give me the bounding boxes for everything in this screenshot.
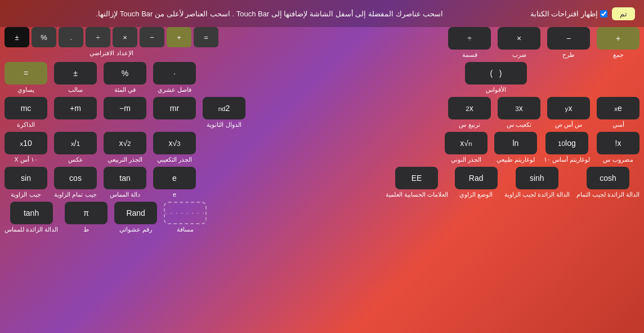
item-ln[interactable]: ln لوغاريتم طبيعي [494, 132, 537, 163]
item-sin[interactable]: sin جيب الزاوية [5, 167, 47, 198]
item-sinh[interactable]: sinh الدالة الزائدة لجيب الزاوية [504, 167, 570, 198]
key-cube-root[interactable]: 3√x [153, 132, 196, 154]
ds-key-pm[interactable]: ± [5, 27, 29, 47]
item-rand[interactable]: Rand رقم عشوائي [114, 202, 157, 233]
key-decimal[interactable]: · [153, 62, 196, 85]
item-space[interactable]: · · · · · · · · مسافة [164, 202, 207, 233]
item-cosh[interactable]: cosh الدالة الزائدة لجيب التمام [576, 167, 639, 198]
item-cube-root[interactable]: 3√x الجذر التكعيبي [153, 132, 196, 163]
key-mr[interactable]: mr [153, 97, 196, 119]
item-cos[interactable]: cos جيب تمام الزاوية [54, 167, 97, 198]
key-mul[interactable]: × [498, 27, 540, 50]
ds-key-divby[interactable]: ÷ [86, 27, 110, 47]
key-cos[interactable]: cos [54, 167, 97, 189]
item-recip[interactable]: 1/x عكس [54, 132, 97, 163]
key-equals[interactable]: = [5, 62, 47, 85]
key-xy[interactable]: xy [547, 97, 590, 119]
item-mc[interactable]: mc الذاكرة [5, 97, 47, 128]
label-10x: ١٠ أس X [14, 156, 37, 163]
key-mc[interactable]: mc [5, 97, 47, 119]
ds-key-plus[interactable]: + [167, 27, 191, 47]
item-e[interactable]: e e [153, 167, 196, 198]
item-neg[interactable]: ± سالب [54, 62, 97, 94]
ds-key-times[interactable]: × [113, 27, 137, 47]
key-rand[interactable]: Rand [114, 202, 157, 224]
item-xy[interactable]: xy س أس ص [547, 97, 590, 128]
key-ln[interactable]: ln [494, 132, 537, 154]
item-x3[interactable]: x3 تكعيب س [498, 97, 540, 128]
label-sqrt: الجذر التربيعي [108, 156, 142, 163]
item-10x[interactable]: 10x ١٠ أس X [5, 132, 47, 163]
ds-key-eq[interactable]: = [194, 27, 218, 47]
item-percent[interactable]: % في المئة [104, 62, 146, 94]
item-parens[interactable]: ( ) الأقواس [465, 62, 527, 94]
key-tanh[interactable]: tanh [10, 202, 53, 224]
item-mul[interactable]: × ضرب [498, 27, 540, 59]
item-nth-root[interactable]: n√x الجذر النوني [445, 132, 488, 163]
key-pi[interactable]: π [65, 202, 108, 224]
label-x3: تكعيب س [507, 121, 531, 128]
item-factorial[interactable]: x! مضروب س [597, 132, 639, 163]
item-decimal[interactable]: · فاصل عشري [153, 62, 196, 94]
item-mr[interactable]: mr [153, 97, 196, 128]
key-sinh[interactable]: sinh [516, 167, 558, 189]
label-tanh: الدالة الزائدة للمماس [5, 226, 58, 233]
key-2nd[interactable]: 2nd [203, 97, 245, 119]
item-ee[interactable]: EE العلامات الحسابية العلمية [386, 167, 448, 198]
item-pi[interactable]: π ط [65, 202, 108, 233]
typing-suggestions-checkbox[interactable] [600, 10, 607, 17]
key-mplus[interactable]: m+ [54, 97, 97, 119]
item-2nd[interactable]: 2nd الدوال الثانوية [203, 97, 245, 128]
key-sub[interactable]: − [547, 27, 590, 50]
key-x2[interactable]: x2 [448, 97, 491, 119]
label-tan: دالة المماس [110, 191, 140, 198]
item-tan[interactable]: tan دالة المماس [104, 167, 146, 198]
key-cosh[interactable]: cosh [587, 167, 629, 189]
item-div[interactable]: ÷ قسمة [448, 27, 491, 59]
key-sin[interactable]: sin [5, 167, 47, 189]
instruction-text: اسحب عناصرك المفضلة إلى أسفل الشاشة لإضا… [9, 10, 530, 18]
done-button[interactable]: تم [612, 7, 635, 20]
key-div[interactable]: ÷ [448, 27, 491, 50]
label-ee: العلامات الحسابية العلمية [386, 191, 448, 198]
item-sqrt[interactable]: 2√x الجذر التربيعي [104, 132, 146, 163]
key-percent[interactable]: % [104, 62, 146, 85]
key-factorial[interactable]: x! [597, 132, 639, 154]
item-tanh[interactable]: tanh الدالة الزائدة للمماس [5, 202, 58, 233]
key-ex[interactable]: ex [597, 97, 639, 119]
item-add[interactable]: + جمع [597, 27, 639, 59]
key-x3[interactable]: x3 [498, 97, 540, 119]
label-equals: يساوي [17, 86, 34, 94]
key-parens[interactable]: ( ) [465, 62, 527, 85]
key-log10[interactable]: log10 [545, 132, 588, 154]
item-sub[interactable]: − طرح [547, 27, 590, 59]
key-add[interactable]: + [597, 27, 639, 50]
key-e[interactable]: e [153, 167, 196, 189]
key-sqrt[interactable]: 2√x [104, 132, 146, 154]
item-equals[interactable]: = يساوي [5, 62, 47, 94]
key-rad[interactable]: Rad [455, 167, 498, 189]
key-ee[interactable]: EE [395, 167, 438, 189]
item-log10[interactable]: log10 لوغاريتم أساس ١٠ [544, 132, 590, 163]
label-mc: الذاكرة [17, 121, 35, 128]
top-bar: تم إظهار اقتراحات الكتابة اسحب عناصرك ال… [0, 0, 644, 27]
key-space[interactable]: · · · · · · · · [164, 202, 207, 224]
ds-key-dot[interactable]: . [59, 27, 83, 47]
key-neg[interactable]: ± [54, 62, 97, 85]
key-recip[interactable]: 1/x [54, 132, 97, 154]
checkbox-label[interactable]: إظهار اقتراحات الكتابة [530, 10, 607, 18]
item-ex[interactable]: ex أسي [597, 97, 639, 128]
key-10x[interactable]: 10x [5, 132, 47, 154]
key-tan[interactable]: tan [104, 167, 146, 189]
ds-key-minus[interactable]: − [140, 27, 164, 47]
label-xy: س أس ص [555, 121, 582, 128]
item-x2[interactable]: x2 تربيع س [448, 97, 491, 128]
item-rad[interactable]: Rad الوضع الزاوي [455, 167, 498, 198]
key-mminus[interactable]: m− [104, 97, 146, 119]
item-mplus[interactable]: m+ [54, 97, 97, 128]
item-mminus[interactable]: m− [104, 97, 146, 128]
label-x2: تربيع س [459, 121, 480, 128]
label-sinh: الدالة الزائدة لجيب الزاوية [504, 191, 570, 198]
ds-key-pct[interactable]: % [32, 27, 56, 47]
key-nth-root[interactable]: n√x [445, 132, 488, 154]
